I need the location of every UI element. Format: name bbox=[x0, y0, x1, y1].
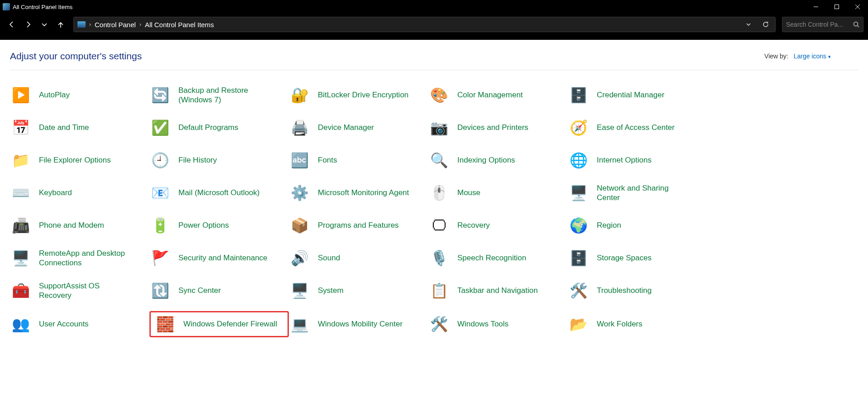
breadcrumb-all-items[interactable]: All Control Panel Items bbox=[145, 21, 214, 29]
cpl-item-file-history[interactable]: 🕘File History bbox=[149, 148, 289, 172]
back-button[interactable] bbox=[5, 17, 19, 32]
monitoring-icon: ⚙️ bbox=[290, 183, 310, 203]
cpl-item-work-folders[interactable]: 📂Work Folders bbox=[568, 311, 707, 337]
printers-icon: 📷 bbox=[429, 118, 449, 138]
cpl-label: Work Folders bbox=[597, 319, 643, 329]
cpl-item-backup-restore[interactable]: 🔄Backup and Restore (Windows 7) bbox=[149, 83, 289, 107]
search-input[interactable] bbox=[786, 21, 849, 28]
cpl-item-system[interactable]: 🖥️System bbox=[289, 278, 428, 303]
datetime-icon: 📅 bbox=[11, 118, 31, 138]
cpl-item-troubleshooting[interactable]: 🛠️Troubleshooting bbox=[568, 278, 707, 303]
cpl-item-credential-manager[interactable]: 🗄️Credential Manager bbox=[568, 83, 707, 107]
cpl-item-programs-features[interactable]: 📦Programs and Features bbox=[289, 213, 428, 238]
sound-icon: 🔊 bbox=[290, 248, 310, 268]
control-panel-icon bbox=[77, 21, 86, 28]
cpl-label: Device Manager bbox=[318, 123, 374, 132]
search-box[interactable] bbox=[782, 17, 863, 32]
chevron-down-icon: ▾ bbox=[828, 54, 831, 59]
cpl-label: Default Programs bbox=[178, 123, 238, 132]
cpl-label: Date and Time bbox=[39, 123, 89, 132]
cpl-label: Troubleshooting bbox=[597, 286, 652, 295]
cpl-item-device-manager[interactable]: 🖨️Device Manager bbox=[289, 115, 428, 140]
forward-button[interactable] bbox=[21, 17, 35, 32]
cpl-item-storage-spaces[interactable]: 🗄️Storage Spaces bbox=[568, 246, 707, 270]
page-title: Adjust your computer's settings bbox=[10, 51, 142, 62]
cpl-item-supportassist[interactable]: 🧰SupportAssist OS Recovery bbox=[10, 278, 149, 303]
users-icon: 👥 bbox=[11, 314, 31, 334]
cpl-item-region[interactable]: 🌍Region bbox=[568, 213, 707, 238]
breadcrumb-control-panel[interactable]: Control Panel bbox=[95, 21, 136, 29]
support-assist-icon: 🧰 bbox=[11, 281, 31, 301]
cpl-label: File Explorer Options bbox=[39, 155, 111, 165]
cpl-item-taskbar-navigation[interactable]: 📋Taskbar and Navigation bbox=[428, 278, 568, 303]
cpl-label: Region bbox=[597, 220, 621, 230]
file-history-icon: 🕘 bbox=[150, 150, 170, 170]
system-icon: 🖥️ bbox=[290, 281, 310, 301]
cpl-item-recovery[interactable]: 🖵Recovery bbox=[428, 213, 568, 238]
control-panel-grid: ▶️AutoPlay🔄Backup and Restore (Windows 7… bbox=[10, 83, 707, 337]
cpl-item-sync-center[interactable]: 🔃Sync Center bbox=[149, 278, 289, 303]
cpl-label: File History bbox=[178, 155, 217, 165]
cpl-item-devices-printers[interactable]: 📷Devices and Printers bbox=[428, 115, 568, 140]
mail-icon: 📧 bbox=[150, 183, 170, 203]
cpl-item-color-management[interactable]: 🎨Color Management bbox=[428, 83, 568, 107]
cpl-item-mobility-center[interactable]: 💻Windows Mobility Center bbox=[289, 311, 428, 337]
cpl-item-phone-modem[interactable]: 📠Phone and Modem bbox=[10, 213, 149, 238]
cpl-item-fonts[interactable]: 🔤Fonts bbox=[289, 148, 428, 172]
cpl-label: Sound bbox=[318, 253, 340, 263]
navigation-bar: › Control Panel › All Control Panel Item… bbox=[0, 14, 868, 35]
viewby-dropdown[interactable]: Large icons ▾ bbox=[794, 53, 831, 60]
bitlocker-icon: 🔐 bbox=[290, 85, 310, 105]
cpl-item-autoplay[interactable]: ▶️AutoPlay bbox=[10, 83, 149, 107]
cpl-label: Mail (Microsoft Outlook) bbox=[178, 188, 259, 197]
tools-icon: 🛠️ bbox=[429, 314, 449, 334]
cpl-item-file-explorer-options[interactable]: 📁File Explorer Options bbox=[10, 148, 149, 172]
recent-locations-button[interactable] bbox=[37, 17, 52, 32]
cpl-item-bitlocker[interactable]: 🔐BitLocker Drive Encryption bbox=[289, 83, 428, 107]
cpl-label: Power Options bbox=[178, 220, 229, 230]
cpl-label: Backup and Restore (Windows 7) bbox=[178, 86, 273, 105]
cpl-item-network-sharing[interactable]: 🖥️Network and Sharing Center bbox=[568, 181, 707, 205]
cpl-item-speech-recognition[interactable]: 🎙️Speech Recognition bbox=[428, 246, 568, 270]
close-button[interactable] bbox=[847, 0, 868, 14]
cpl-item-windows-defender-firewall[interactable]: 🧱Windows Defender Firewall bbox=[149, 311, 289, 337]
folder-options-icon: 📁 bbox=[11, 150, 31, 170]
keyboard-icon: ⌨️ bbox=[11, 183, 31, 203]
internet-icon: 🌐 bbox=[569, 150, 589, 170]
address-dropdown-button[interactable] bbox=[741, 17, 756, 32]
cpl-item-date-time[interactable]: 📅Date and Time bbox=[10, 115, 149, 140]
cpl-item-windows-tools[interactable]: 🛠️Windows Tools bbox=[428, 311, 568, 337]
cpl-item-security-maintenance[interactable]: 🚩Security and Maintenance bbox=[149, 246, 289, 270]
cpl-item-mail[interactable]: 📧Mail (Microsoft Outlook) bbox=[149, 181, 289, 205]
cpl-item-internet-options[interactable]: 🌐Internet Options bbox=[568, 148, 707, 172]
cpl-item-sound[interactable]: 🔊Sound bbox=[289, 246, 428, 270]
cpl-item-ease-of-access[interactable]: 🧭Ease of Access Center bbox=[568, 115, 707, 140]
cpl-item-remoteapp[interactable]: 🖥️RemoteApp and Desktop Connections bbox=[10, 246, 149, 270]
cpl-item-mouse[interactable]: 🖱️Mouse bbox=[428, 181, 568, 205]
cpl-item-user-accounts[interactable]: 👥User Accounts bbox=[10, 311, 149, 337]
cpl-label: Security and Maintenance bbox=[178, 253, 268, 263]
maximize-button[interactable] bbox=[826, 0, 847, 14]
refresh-button[interactable] bbox=[758, 17, 773, 32]
cpl-item-keyboard[interactable]: ⌨️Keyboard bbox=[10, 181, 149, 205]
cpl-label: User Accounts bbox=[39, 319, 89, 329]
cpl-label: Credential Manager bbox=[597, 90, 664, 100]
cpl-label: Phone and Modem bbox=[39, 220, 104, 230]
region-icon: 🌍 bbox=[569, 215, 589, 235]
cpl-item-indexing-options[interactable]: 🔍Indexing Options bbox=[428, 148, 568, 172]
cpl-item-default-programs[interactable]: ✅Default Programs bbox=[149, 115, 289, 140]
credentials-icon: 🗄️ bbox=[569, 85, 589, 105]
minimize-button[interactable] bbox=[806, 0, 826, 14]
content-area: Adjust your computer's settings View by:… bbox=[0, 40, 868, 351]
work-folders-icon: 📂 bbox=[569, 314, 589, 334]
cpl-label: Windows Mobility Center bbox=[318, 319, 403, 329]
recovery-icon: 🖵 bbox=[429, 215, 449, 235]
cpl-item-monitoring-agent[interactable]: ⚙️Microsoft Monitoring Agent bbox=[289, 181, 428, 205]
viewby-value: Large icons bbox=[794, 53, 826, 60]
cpl-label: Windows Defender Firewall bbox=[183, 319, 277, 329]
address-bar[interactable]: › Control Panel › All Control Panel Item… bbox=[73, 17, 776, 32]
cpl-label: Windows Tools bbox=[457, 319, 508, 329]
up-button[interactable] bbox=[53, 17, 68, 32]
cpl-item-power-options[interactable]: 🔋Power Options bbox=[149, 213, 289, 238]
power-icon: 🔋 bbox=[150, 215, 170, 235]
